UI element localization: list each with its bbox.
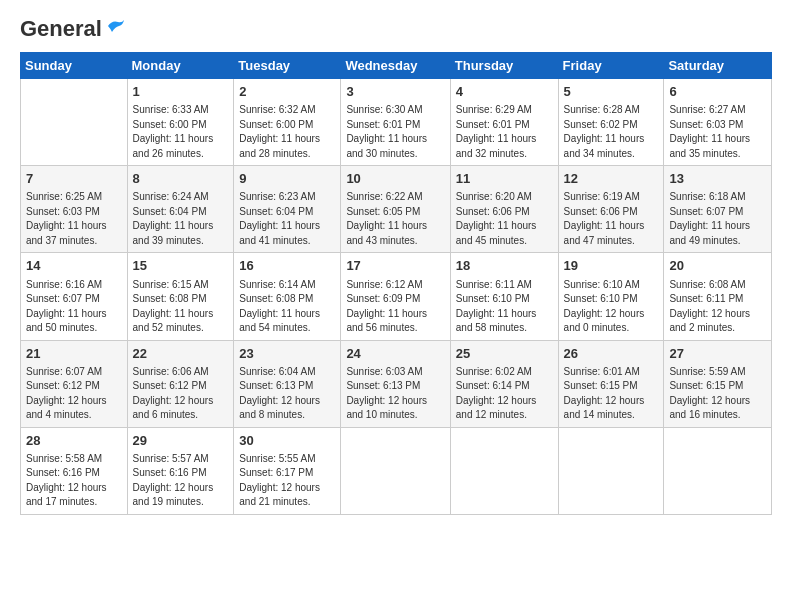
day-number: 2 [239,83,335,101]
table-row: 16Sunrise: 6:14 AM Sunset: 6:08 PM Dayli… [234,253,341,340]
day-number: 19 [564,257,659,275]
day-info: Sunrise: 6:02 AM Sunset: 6:14 PM Dayligh… [456,365,553,423]
table-row [341,427,450,514]
col-thursday: Thursday [450,53,558,79]
day-number: 23 [239,345,335,363]
day-info: Sunrise: 6:15 AM Sunset: 6:08 PM Dayligh… [133,278,229,336]
day-info: Sunrise: 6:22 AM Sunset: 6:05 PM Dayligh… [346,190,444,248]
day-info: Sunrise: 5:57 AM Sunset: 6:16 PM Dayligh… [133,452,229,510]
table-row: 24Sunrise: 6:03 AM Sunset: 6:13 PM Dayli… [341,340,450,427]
day-info: Sunrise: 6:32 AM Sunset: 6:00 PM Dayligh… [239,103,335,161]
day-number: 12 [564,170,659,188]
table-row: 2Sunrise: 6:32 AM Sunset: 6:00 PM Daylig… [234,79,341,166]
day-info: Sunrise: 6:20 AM Sunset: 6:06 PM Dayligh… [456,190,553,248]
table-row: 23Sunrise: 6:04 AM Sunset: 6:13 PM Dayli… [234,340,341,427]
header: General [20,16,772,42]
day-number: 25 [456,345,553,363]
calendar-week-row: 7Sunrise: 6:25 AM Sunset: 6:03 PM Daylig… [21,166,772,253]
logo-general: General [20,16,102,42]
table-row: 17Sunrise: 6:12 AM Sunset: 6:09 PM Dayli… [341,253,450,340]
day-number: 5 [564,83,659,101]
col-friday: Friday [558,53,664,79]
day-number: 26 [564,345,659,363]
day-number: 14 [26,257,122,275]
table-row: 26Sunrise: 6:01 AM Sunset: 6:15 PM Dayli… [558,340,664,427]
table-row: 1Sunrise: 6:33 AM Sunset: 6:00 PM Daylig… [127,79,234,166]
day-info: Sunrise: 6:14 AM Sunset: 6:08 PM Dayligh… [239,278,335,336]
day-info: Sunrise: 5:58 AM Sunset: 6:16 PM Dayligh… [26,452,122,510]
day-info: Sunrise: 5:55 AM Sunset: 6:17 PM Dayligh… [239,452,335,510]
day-info: Sunrise: 6:19 AM Sunset: 6:06 PM Dayligh… [564,190,659,248]
table-row: 15Sunrise: 6:15 AM Sunset: 6:08 PM Dayli… [127,253,234,340]
day-number: 11 [456,170,553,188]
day-number: 16 [239,257,335,275]
day-info: Sunrise: 6:08 AM Sunset: 6:11 PM Dayligh… [669,278,766,336]
day-info: Sunrise: 6:04 AM Sunset: 6:13 PM Dayligh… [239,365,335,423]
day-info: Sunrise: 6:03 AM Sunset: 6:13 PM Dayligh… [346,365,444,423]
logo: General [20,16,126,42]
table-row: 22Sunrise: 6:06 AM Sunset: 6:12 PM Dayli… [127,340,234,427]
calendar-week-row: 14Sunrise: 6:16 AM Sunset: 6:07 PM Dayli… [21,253,772,340]
day-number: 10 [346,170,444,188]
day-info: Sunrise: 6:01 AM Sunset: 6:15 PM Dayligh… [564,365,659,423]
table-row: 12Sunrise: 6:19 AM Sunset: 6:06 PM Dayli… [558,166,664,253]
day-info: Sunrise: 6:30 AM Sunset: 6:01 PM Dayligh… [346,103,444,161]
page: General Sunday Monday Tuesday Wednesday … [0,0,792,612]
table-row: 4Sunrise: 6:29 AM Sunset: 6:01 PM Daylig… [450,79,558,166]
day-number: 21 [26,345,122,363]
day-info: Sunrise: 6:25 AM Sunset: 6:03 PM Dayligh… [26,190,122,248]
calendar-week-row: 1Sunrise: 6:33 AM Sunset: 6:00 PM Daylig… [21,79,772,166]
day-number: 6 [669,83,766,101]
day-info: Sunrise: 6:28 AM Sunset: 6:02 PM Dayligh… [564,103,659,161]
table-row: 5Sunrise: 6:28 AM Sunset: 6:02 PM Daylig… [558,79,664,166]
calendar-week-row: 28Sunrise: 5:58 AM Sunset: 6:16 PM Dayli… [21,427,772,514]
table-row: 8Sunrise: 6:24 AM Sunset: 6:04 PM Daylig… [127,166,234,253]
day-number: 20 [669,257,766,275]
logo-bird-icon [104,18,126,36]
day-info: Sunrise: 6:29 AM Sunset: 6:01 PM Dayligh… [456,103,553,161]
day-number: 24 [346,345,444,363]
table-row: 29Sunrise: 5:57 AM Sunset: 6:16 PM Dayli… [127,427,234,514]
day-number: 18 [456,257,553,275]
day-info: Sunrise: 6:27 AM Sunset: 6:03 PM Dayligh… [669,103,766,161]
day-number: 17 [346,257,444,275]
day-number: 29 [133,432,229,450]
col-saturday: Saturday [664,53,772,79]
table-row: 18Sunrise: 6:11 AM Sunset: 6:10 PM Dayli… [450,253,558,340]
calendar-header-row: Sunday Monday Tuesday Wednesday Thursday… [21,53,772,79]
day-info: Sunrise: 6:16 AM Sunset: 6:07 PM Dayligh… [26,278,122,336]
table-row: 25Sunrise: 6:02 AM Sunset: 6:14 PM Dayli… [450,340,558,427]
day-info: Sunrise: 6:06 AM Sunset: 6:12 PM Dayligh… [133,365,229,423]
day-number: 27 [669,345,766,363]
table-row: 11Sunrise: 6:20 AM Sunset: 6:06 PM Dayli… [450,166,558,253]
day-number: 28 [26,432,122,450]
table-row [664,427,772,514]
day-number: 15 [133,257,229,275]
day-info: Sunrise: 6:10 AM Sunset: 6:10 PM Dayligh… [564,278,659,336]
day-number: 9 [239,170,335,188]
day-info: Sunrise: 6:24 AM Sunset: 6:04 PM Dayligh… [133,190,229,248]
day-info: Sunrise: 6:18 AM Sunset: 6:07 PM Dayligh… [669,190,766,248]
table-row: 14Sunrise: 6:16 AM Sunset: 6:07 PM Dayli… [21,253,128,340]
day-number: 8 [133,170,229,188]
day-number: 30 [239,432,335,450]
table-row: 6Sunrise: 6:27 AM Sunset: 6:03 PM Daylig… [664,79,772,166]
day-number: 1 [133,83,229,101]
table-row: 3Sunrise: 6:30 AM Sunset: 6:01 PM Daylig… [341,79,450,166]
day-number: 13 [669,170,766,188]
calendar-week-row: 21Sunrise: 6:07 AM Sunset: 6:12 PM Dayli… [21,340,772,427]
table-row: 28Sunrise: 5:58 AM Sunset: 6:16 PM Dayli… [21,427,128,514]
col-wednesday: Wednesday [341,53,450,79]
table-row: 19Sunrise: 6:10 AM Sunset: 6:10 PM Dayli… [558,253,664,340]
day-info: Sunrise: 5:59 AM Sunset: 6:15 PM Dayligh… [669,365,766,423]
col-sunday: Sunday [21,53,128,79]
table-row: 20Sunrise: 6:08 AM Sunset: 6:11 PM Dayli… [664,253,772,340]
day-info: Sunrise: 6:11 AM Sunset: 6:10 PM Dayligh… [456,278,553,336]
day-info: Sunrise: 6:12 AM Sunset: 6:09 PM Dayligh… [346,278,444,336]
day-number: 7 [26,170,122,188]
calendar: Sunday Monday Tuesday Wednesday Thursday… [20,52,772,515]
col-monday: Monday [127,53,234,79]
day-info: Sunrise: 6:23 AM Sunset: 6:04 PM Dayligh… [239,190,335,248]
table-row: 9Sunrise: 6:23 AM Sunset: 6:04 PM Daylig… [234,166,341,253]
table-row: 7Sunrise: 6:25 AM Sunset: 6:03 PM Daylig… [21,166,128,253]
